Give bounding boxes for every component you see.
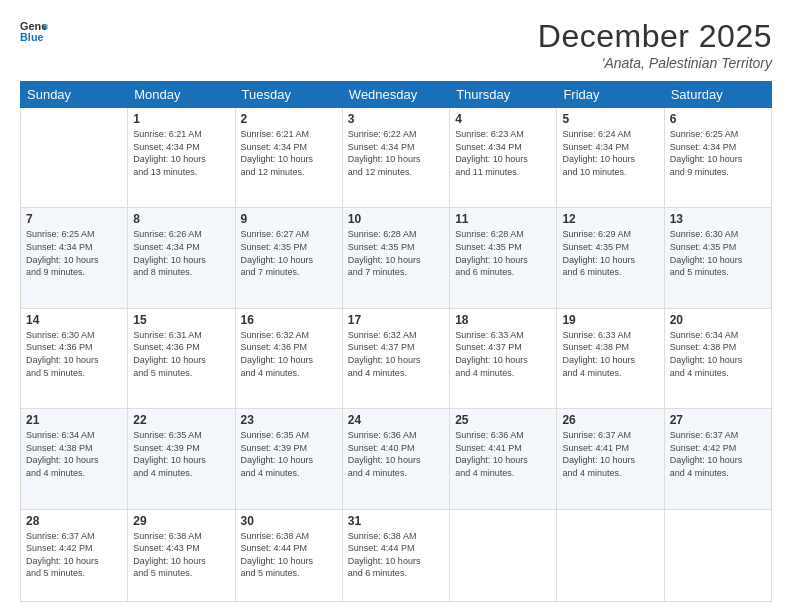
day-info: Sunrise: 6:25 AM Sunset: 4:34 PM Dayligh… (26, 228, 122, 278)
table-row: 11Sunrise: 6:28 AM Sunset: 4:35 PM Dayli… (450, 208, 557, 308)
day-info: Sunrise: 6:21 AM Sunset: 4:34 PM Dayligh… (133, 128, 229, 178)
table-row: 31Sunrise: 6:38 AM Sunset: 4:44 PM Dayli… (342, 509, 449, 601)
table-row: 24Sunrise: 6:36 AM Sunset: 4:40 PM Dayli… (342, 409, 449, 509)
day-info: Sunrise: 6:31 AM Sunset: 4:36 PM Dayligh… (133, 329, 229, 379)
day-info: Sunrise: 6:32 AM Sunset: 4:37 PM Dayligh… (348, 329, 444, 379)
calendar-week-row: 7Sunrise: 6:25 AM Sunset: 4:34 PM Daylig… (21, 208, 772, 308)
table-row (664, 509, 771, 601)
day-info: Sunrise: 6:25 AM Sunset: 4:34 PM Dayligh… (670, 128, 766, 178)
day-number: 27 (670, 413, 766, 427)
day-info: Sunrise: 6:28 AM Sunset: 4:35 PM Dayligh… (455, 228, 551, 278)
table-row: 18Sunrise: 6:33 AM Sunset: 4:37 PM Dayli… (450, 308, 557, 408)
day-info: Sunrise: 6:37 AM Sunset: 4:41 PM Dayligh… (562, 429, 658, 479)
table-row: 29Sunrise: 6:38 AM Sunset: 4:43 PM Dayli… (128, 509, 235, 601)
day-info: Sunrise: 6:21 AM Sunset: 4:34 PM Dayligh… (241, 128, 337, 178)
day-number: 1 (133, 112, 229, 126)
col-tuesday: Tuesday (235, 82, 342, 108)
col-friday: Friday (557, 82, 664, 108)
table-row: 13Sunrise: 6:30 AM Sunset: 4:35 PM Dayli… (664, 208, 771, 308)
day-info: Sunrise: 6:36 AM Sunset: 4:41 PM Dayligh… (455, 429, 551, 479)
table-row: 15Sunrise: 6:31 AM Sunset: 4:36 PM Dayli… (128, 308, 235, 408)
day-number: 26 (562, 413, 658, 427)
table-row: 6Sunrise: 6:25 AM Sunset: 4:34 PM Daylig… (664, 108, 771, 208)
day-info: Sunrise: 6:33 AM Sunset: 4:37 PM Dayligh… (455, 329, 551, 379)
day-number: 24 (348, 413, 444, 427)
day-info: Sunrise: 6:36 AM Sunset: 4:40 PM Dayligh… (348, 429, 444, 479)
col-saturday: Saturday (664, 82, 771, 108)
day-info: Sunrise: 6:35 AM Sunset: 4:39 PM Dayligh… (133, 429, 229, 479)
table-row: 9Sunrise: 6:27 AM Sunset: 4:35 PM Daylig… (235, 208, 342, 308)
day-info: Sunrise: 6:29 AM Sunset: 4:35 PM Dayligh… (562, 228, 658, 278)
day-info: Sunrise: 6:34 AM Sunset: 4:38 PM Dayligh… (26, 429, 122, 479)
col-sunday: Sunday (21, 82, 128, 108)
table-row (21, 108, 128, 208)
day-number: 22 (133, 413, 229, 427)
table-row: 25Sunrise: 6:36 AM Sunset: 4:41 PM Dayli… (450, 409, 557, 509)
day-number: 28 (26, 514, 122, 528)
day-info: Sunrise: 6:24 AM Sunset: 4:34 PM Dayligh… (562, 128, 658, 178)
day-number: 3 (348, 112, 444, 126)
table-row: 5Sunrise: 6:24 AM Sunset: 4:34 PM Daylig… (557, 108, 664, 208)
day-info: Sunrise: 6:30 AM Sunset: 4:36 PM Dayligh… (26, 329, 122, 379)
day-number: 23 (241, 413, 337, 427)
svg-text:Blue: Blue (20, 31, 44, 43)
day-number: 30 (241, 514, 337, 528)
day-number: 25 (455, 413, 551, 427)
logo-icon: General Blue (20, 18, 48, 46)
table-row (557, 509, 664, 601)
day-number: 21 (26, 413, 122, 427)
logo: General Blue (20, 18, 48, 46)
table-row: 30Sunrise: 6:38 AM Sunset: 4:44 PM Dayli… (235, 509, 342, 601)
table-row: 3Sunrise: 6:22 AM Sunset: 4:34 PM Daylig… (342, 108, 449, 208)
table-row: 10Sunrise: 6:28 AM Sunset: 4:35 PM Dayli… (342, 208, 449, 308)
day-info: Sunrise: 6:37 AM Sunset: 4:42 PM Dayligh… (670, 429, 766, 479)
table-row: 12Sunrise: 6:29 AM Sunset: 4:35 PM Dayli… (557, 208, 664, 308)
col-monday: Monday (128, 82, 235, 108)
day-info: Sunrise: 6:27 AM Sunset: 4:35 PM Dayligh… (241, 228, 337, 278)
table-row: 2Sunrise: 6:21 AM Sunset: 4:34 PM Daylig… (235, 108, 342, 208)
day-info: Sunrise: 6:37 AM Sunset: 4:42 PM Dayligh… (26, 530, 122, 580)
day-number: 17 (348, 313, 444, 327)
calendar-header-row: Sunday Monday Tuesday Wednesday Thursday… (21, 82, 772, 108)
day-info: Sunrise: 6:23 AM Sunset: 4:34 PM Dayligh… (455, 128, 551, 178)
day-number: 11 (455, 212, 551, 226)
day-number: 29 (133, 514, 229, 528)
table-row: 22Sunrise: 6:35 AM Sunset: 4:39 PM Dayli… (128, 409, 235, 509)
calendar-week-row: 14Sunrise: 6:30 AM Sunset: 4:36 PM Dayli… (21, 308, 772, 408)
day-number: 20 (670, 313, 766, 327)
day-info: Sunrise: 6:26 AM Sunset: 4:34 PM Dayligh… (133, 228, 229, 278)
day-number: 6 (670, 112, 766, 126)
day-number: 18 (455, 313, 551, 327)
day-info: Sunrise: 6:32 AM Sunset: 4:36 PM Dayligh… (241, 329, 337, 379)
day-info: Sunrise: 6:28 AM Sunset: 4:35 PM Dayligh… (348, 228, 444, 278)
day-number: 31 (348, 514, 444, 528)
table-row: 27Sunrise: 6:37 AM Sunset: 4:42 PM Dayli… (664, 409, 771, 509)
day-info: Sunrise: 6:38 AM Sunset: 4:43 PM Dayligh… (133, 530, 229, 580)
table-row: 23Sunrise: 6:35 AM Sunset: 4:39 PM Dayli… (235, 409, 342, 509)
table-row: 1Sunrise: 6:21 AM Sunset: 4:34 PM Daylig… (128, 108, 235, 208)
table-row: 28Sunrise: 6:37 AM Sunset: 4:42 PM Dayli… (21, 509, 128, 601)
day-info: Sunrise: 6:35 AM Sunset: 4:39 PM Dayligh… (241, 429, 337, 479)
day-info: Sunrise: 6:33 AM Sunset: 4:38 PM Dayligh… (562, 329, 658, 379)
day-number: 8 (133, 212, 229, 226)
day-info: Sunrise: 6:38 AM Sunset: 4:44 PM Dayligh… (348, 530, 444, 580)
day-number: 9 (241, 212, 337, 226)
table-row: 21Sunrise: 6:34 AM Sunset: 4:38 PM Dayli… (21, 409, 128, 509)
day-number: 4 (455, 112, 551, 126)
page: General Blue December 2025 'Anata, Pales… (0, 0, 792, 612)
table-row: 19Sunrise: 6:33 AM Sunset: 4:38 PM Dayli… (557, 308, 664, 408)
col-thursday: Thursday (450, 82, 557, 108)
calendar-week-row: 28Sunrise: 6:37 AM Sunset: 4:42 PM Dayli… (21, 509, 772, 601)
day-number: 7 (26, 212, 122, 226)
calendar-week-row: 21Sunrise: 6:34 AM Sunset: 4:38 PM Dayli… (21, 409, 772, 509)
table-row: 14Sunrise: 6:30 AM Sunset: 4:36 PM Dayli… (21, 308, 128, 408)
subtitle: 'Anata, Palestinian Territory (538, 55, 772, 71)
table-row: 26Sunrise: 6:37 AM Sunset: 4:41 PM Dayli… (557, 409, 664, 509)
main-title: December 2025 (538, 18, 772, 55)
day-number: 10 (348, 212, 444, 226)
table-row: 4Sunrise: 6:23 AM Sunset: 4:34 PM Daylig… (450, 108, 557, 208)
table-row: 16Sunrise: 6:32 AM Sunset: 4:36 PM Dayli… (235, 308, 342, 408)
col-wednesday: Wednesday (342, 82, 449, 108)
table-row: 17Sunrise: 6:32 AM Sunset: 4:37 PM Dayli… (342, 308, 449, 408)
day-number: 12 (562, 212, 658, 226)
